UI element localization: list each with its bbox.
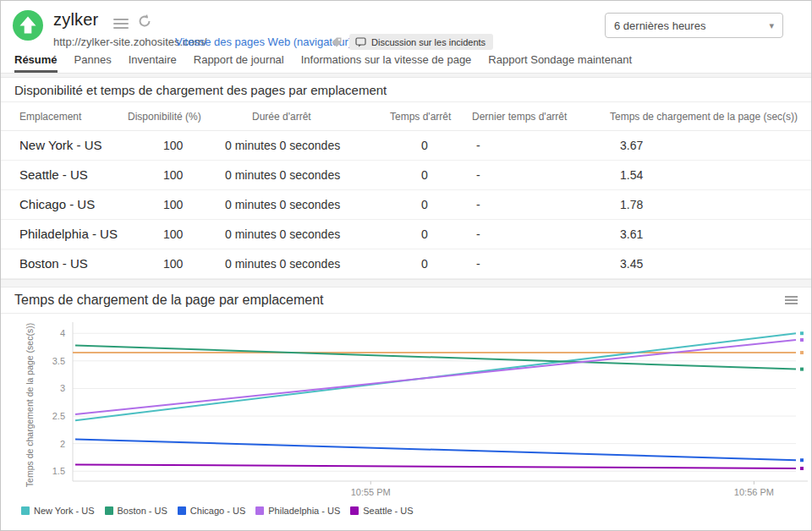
series-line (75, 340, 796, 414)
legend-label: Philadelphia - US (268, 506, 340, 516)
hamburger-menu-icon[interactable] (113, 16, 129, 31)
availability-section-title: Disponibilité et temps de chargement des… (14, 83, 387, 97)
availability-cell: 100 (163, 198, 183, 211)
load-time-cell: 3.67 (620, 139, 643, 152)
section-divider (1, 279, 811, 287)
downtime-duration-cell: 0 minutes 0 secondes (225, 227, 340, 241)
table-row: Seattle - US 100 0 minutes 0 secondes 0 … (1, 161, 811, 190)
table-row: New York - US 100 0 minutes 0 secondes 0… (1, 131, 811, 161)
legend-swatch (255, 506, 264, 515)
x-tick-label: 10:55 PM (351, 487, 391, 497)
y-tick-label: 3.5 (52, 356, 65, 366)
legend-swatch (178, 506, 186, 515)
legend-swatch (105, 506, 113, 515)
col-disponibilite: Disponibilité (%) (128, 111, 201, 123)
tab-resume[interactable]: Résumé (6, 48, 66, 73)
tab-pannes[interactable]: Pannes (66, 48, 120, 73)
load-time-cell: 1.78 (620, 198, 643, 211)
downtime-count-cell: 0 (421, 257, 428, 271)
col-temps-chargement: Temps de chargement de la page (sec(s)) (610, 111, 798, 123)
col-dernier-temps-arret: Dernier temps d'arrêt (472, 111, 567, 123)
series-line (75, 346, 796, 370)
page-load-time-line-chart: 1.522.533.5410:55 PM10:56 PMTemps de cha… (9, 315, 808, 500)
last-downtime-cell: - (476, 198, 480, 211)
load-time-cell: 3.45 (620, 257, 643, 271)
col-duree-arret: Durée d'arrêt (252, 111, 311, 123)
legend-label: New York - US (34, 506, 95, 516)
tag-icon[interactable] (331, 36, 343, 48)
legend-item[interactable]: New York - US (21, 506, 95, 516)
legend-item[interactable]: Boston - US (105, 506, 167, 516)
chart-legend: New York - USBoston - USChicago - USPhil… (21, 506, 424, 516)
chart-title: Temps de chargement de la page par empla… (14, 293, 785, 308)
downtime-count-cell: 0 (421, 139, 428, 152)
load-time-cell: 1.54 (620, 168, 643, 182)
downtime-count-cell: 0 (421, 198, 428, 211)
location-cell: New York - US (19, 138, 102, 152)
header: zylker http://zylker-site.zohosites.com/… (1, 1, 811, 74)
col-emplacement: Emplacement (19, 111, 81, 123)
last-downtime-cell: - (476, 168, 480, 182)
downtime-duration-cell: 0 minutes 0 secondes (225, 168, 340, 182)
incident-discussion-label: Discussion sur les incidents (371, 37, 486, 47)
legend-item[interactable]: Seattle - US (350, 506, 413, 516)
downtime-duration-cell: 0 minutes 0 secondes (225, 139, 340, 152)
tab-informations-vitesse-page[interactable]: Informations sur la vitesse de page (293, 48, 480, 73)
availability-cell: 100 (163, 139, 183, 152)
page-load-time-chart-section: Temps de chargement de la page par empla… (1, 287, 811, 314)
x-tick-label: 10:56 PM (734, 487, 774, 497)
y-axis-label: Temps de chargement de la page (sec(s)) (25, 323, 35, 487)
legend-label: Seattle - US (363, 506, 413, 516)
legend-item[interactable]: Philadelphia - US (255, 506, 340, 516)
availability-section: Disponibilité et temps de chargement des… (1, 78, 811, 279)
tab-inventaire[interactable]: Inventaire (120, 48, 185, 73)
table-row: Chicago - US 100 0 minutes 0 secondes 0 … (1, 190, 811, 220)
last-downtime-cell: - (476, 257, 480, 271)
chevron-down-icon: ▾ (769, 20, 774, 31)
monitor-summary-page: zylker http://zylker-site.zohosites.com/… (0, 0, 812, 531)
monitor-status-up-icon (13, 10, 43, 41)
monitor-title: zylker (53, 10, 98, 30)
downtime-duration-cell: 0 minutes 0 secondes (225, 257, 340, 271)
legend-label: Chicago - US (190, 506, 245, 516)
y-tick-label: 3 (60, 383, 65, 393)
table-row: Philadelphia - US 100 0 minutes 0 second… (1, 220, 811, 249)
location-cell: Philadelphia - US (19, 227, 118, 241)
table-header-row: Emplacement Disponibilité (%) Durée d'ar… (1, 102, 811, 131)
y-tick-label: 4 (60, 328, 65, 338)
chart-context-menu-icon[interactable] (785, 294, 798, 306)
availability-cell: 100 (163, 257, 183, 271)
location-cell: Boston - US (19, 256, 88, 271)
table-row: Boston - US 100 0 minutes 0 secondes 0 -… (1, 249, 811, 279)
legend-swatch (350, 506, 359, 515)
last-downtime-cell: - (476, 227, 480, 241)
speech-bubble-icon (355, 37, 366, 47)
last-downtime-cell: - (476, 139, 480, 152)
load-time-cell: 3.61 (620, 227, 643, 241)
refresh-icon[interactable] (137, 14, 152, 29)
location-cell: Seattle - US (19, 167, 88, 182)
availability-cell: 100 (163, 227, 183, 241)
legend-swatch (21, 506, 30, 515)
legend-label: Boston - US (118, 506, 167, 516)
tab-rapport-de-journal[interactable]: Rapport de journal (185, 48, 293, 73)
y-tick-label: 1.5 (52, 466, 65, 476)
legend-item[interactable]: Chicago - US (178, 506, 245, 516)
y-tick-label: 2 (60, 439, 65, 449)
downtime-duration-cell: 0 minutes 0 secondes (225, 198, 340, 211)
web-page-speed-link[interactable]: Vitesse des pages Web (navigateur) (175, 36, 352, 48)
availability-cell: 100 (163, 168, 183, 182)
col-temps-arret: Temps d'arrêt (390, 111, 451, 123)
location-cell: Chicago - US (19, 197, 95, 211)
series-line (75, 464, 796, 468)
downtime-count-cell: 0 (421, 168, 428, 182)
tab-rapport-sondage[interactable]: Rapport Sondage maintenant (480, 48, 640, 73)
tab-bar: Résumé Pannes Inventaire Rapport de jour… (6, 48, 640, 73)
time-range-value: 6 dernières heures (614, 19, 769, 32)
time-range-dropdown[interactable]: 6 dernières heures ▾ (605, 13, 783, 38)
y-tick-label: 2.5 (52, 411, 65, 421)
downtime-count-cell: 0 (421, 227, 428, 241)
series-line (75, 439, 796, 460)
